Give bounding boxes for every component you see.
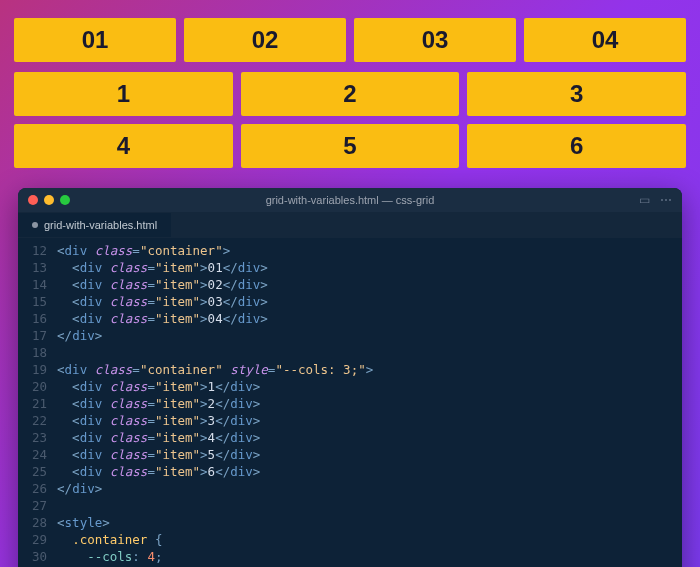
- code-line[interactable]: --cols: 4;: [57, 548, 448, 565]
- line-number: 12: [32, 242, 47, 259]
- code-line[interactable]: <div class="item">6</div>: [57, 463, 448, 480]
- code-line[interactable]: <div class="container">: [57, 242, 448, 259]
- line-number: 20: [32, 378, 47, 395]
- tab-label: grid-with-variables.html: [44, 219, 157, 231]
- tab-modified-icon: [32, 222, 38, 228]
- line-gutter: 1213141516171819202122232425262728293031…: [18, 238, 57, 567]
- grid-item: 02: [184, 18, 346, 62]
- code-area[interactable]: 1213141516171819202122232425262728293031…: [18, 238, 682, 567]
- code-line[interactable]: <div class="item">01</div>: [57, 259, 448, 276]
- grid-item: 5: [241, 124, 460, 168]
- code-line[interactable]: [57, 344, 448, 361]
- split-editor-icon[interactable]: ▭: [639, 193, 650, 207]
- grid-item: 6: [467, 124, 686, 168]
- line-number: 14: [32, 276, 47, 293]
- grid-item: 2: [241, 72, 460, 116]
- line-number: 29: [32, 531, 47, 548]
- grid-item: 03: [354, 18, 516, 62]
- code-editor-window: grid-with-variables.html — css-grid ▭ ⋯ …: [18, 188, 682, 567]
- code-line[interactable]: <style>: [57, 514, 448, 531]
- line-number: 24: [32, 446, 47, 463]
- code-line[interactable]: <div class="item">3</div>: [57, 412, 448, 429]
- code-line[interactable]: <div class="item">5</div>: [57, 446, 448, 463]
- line-number: 18: [32, 344, 47, 361]
- code-line[interactable]: <div class="item">04</div>: [57, 310, 448, 327]
- code-line[interactable]: <div class="item">4</div>: [57, 429, 448, 446]
- line-number: 19: [32, 361, 47, 378]
- code-line[interactable]: <div class="container" style="--cols: 3;…: [57, 361, 448, 378]
- more-icon[interactable]: ⋯: [660, 193, 672, 207]
- line-number: 13: [32, 259, 47, 276]
- line-number: 23: [32, 429, 47, 446]
- line-number: 28: [32, 514, 47, 531]
- window-title: grid-with-variables.html — css-grid: [18, 194, 682, 206]
- demo-grid-4: 01020304: [14, 18, 686, 62]
- line-number: 21: [32, 395, 47, 412]
- tab-bar: grid-with-variables.html: [18, 212, 682, 238]
- grid-item: 04: [524, 18, 686, 62]
- code-line[interactable]: <div class="item">02</div>: [57, 276, 448, 293]
- rendered-demo: 01020304 123456: [0, 0, 700, 188]
- grid-item: 1: [14, 72, 233, 116]
- code-line[interactable]: </div>: [57, 480, 448, 497]
- grid-item: 3: [467, 72, 686, 116]
- line-number: 22: [32, 412, 47, 429]
- line-number: 16: [32, 310, 47, 327]
- tab-file[interactable]: grid-with-variables.html: [18, 213, 171, 237]
- code-line[interactable]: <div class="item">03</div>: [57, 293, 448, 310]
- line-number: 17: [32, 327, 47, 344]
- line-number: 26: [32, 480, 47, 497]
- line-number: 25: [32, 463, 47, 480]
- demo-grid-3: 123456: [14, 72, 686, 168]
- code-line[interactable]: .container {: [57, 531, 448, 548]
- line-number: 27: [32, 497, 47, 514]
- line-number: 30: [32, 548, 47, 565]
- code-line[interactable]: <div class="item">2</div>: [57, 395, 448, 412]
- titlebar: grid-with-variables.html — css-grid ▭ ⋯: [18, 188, 682, 212]
- grid-item: 01: [14, 18, 176, 62]
- code-line[interactable]: </div>: [57, 327, 448, 344]
- code-line[interactable]: [57, 497, 448, 514]
- code-line[interactable]: <div class="item">1</div>: [57, 378, 448, 395]
- grid-item: 4: [14, 124, 233, 168]
- code-content[interactable]: <div class="container"> <div class="item…: [57, 238, 448, 567]
- line-number: 15: [32, 293, 47, 310]
